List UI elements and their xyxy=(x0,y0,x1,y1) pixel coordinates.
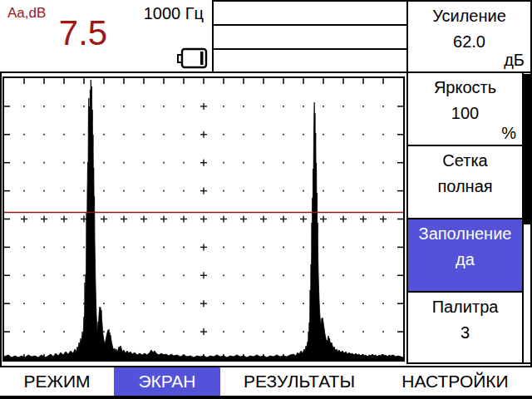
menu-item-rezhim[interactable]: РЕЖИМ xyxy=(0,367,114,396)
measure-box-2 xyxy=(212,24,408,50)
grid-value: полная xyxy=(408,176,522,196)
menu-item-label: РЕЖИМ xyxy=(24,372,91,392)
brightness-label: Яркость xyxy=(408,77,522,97)
ascan-plot xyxy=(2,76,405,362)
grid-label: Сетка xyxy=(408,150,522,170)
menu-item-rezultaty[interactable]: РЕЗУЛЬТАТЫ xyxy=(220,367,378,396)
sidebar-item-gain[interactable]: Усиление 62.0 дБ xyxy=(406,0,532,73)
palette-value: 3 xyxy=(408,323,522,342)
menu-item-ekran[interactable]: ЭКРАН xyxy=(114,367,220,396)
gain-label: Усиление xyxy=(408,6,530,26)
battery-icon xyxy=(177,47,209,69)
measure-value: 7.5 xyxy=(42,13,125,53)
fill-label: Заполнение xyxy=(408,224,522,244)
menu-item-label: РЕЗУЛЬТАТЫ xyxy=(244,372,355,392)
menu-item-label: НАСТРОЙКИ xyxy=(401,372,508,392)
palette-label: Палитра xyxy=(408,297,522,317)
ascan-svg xyxy=(4,78,403,360)
measure-box-1 xyxy=(212,0,408,26)
measure-mode-label: Aa,dB xyxy=(7,5,46,22)
brightness-unit: % xyxy=(501,124,516,143)
sidebar-item-palette[interactable]: Палитра 3 xyxy=(406,291,524,364)
header-separator xyxy=(0,71,408,73)
menu-item-label: ЭКРАН xyxy=(138,372,195,392)
frequency-readout: 1000 Гц xyxy=(144,4,204,23)
sidebar-item-grid[interactable]: Сетка полная xyxy=(406,145,524,219)
brightness-value: 100 xyxy=(408,103,522,123)
menu-item-nastroyki[interactable]: НАСТРОЙКИ xyxy=(378,367,532,396)
fill-value: да xyxy=(408,249,522,269)
sidebar-item-brightness[interactable]: Яркость 100 % xyxy=(406,71,524,146)
gain-unit: дБ xyxy=(504,51,525,70)
sidebar-scrollbar-thumb[interactable] xyxy=(524,74,530,224)
gain-value: 62.0 xyxy=(408,32,530,52)
measure-box-3 xyxy=(212,48,408,73)
bottom-menu: РЕЖИМ ЭКРАН РЕЗУЛЬТАТЫ НАСТРОЙКИ xyxy=(0,366,532,399)
sidebar-item-fill[interactable]: Заполнение да xyxy=(406,218,524,293)
measurement-readout: Aa,dB 7.5 1000 Гц xyxy=(0,0,212,73)
flaw-detector-screen: Aa,dB 7.5 1000 Гц Усиление 62.0 дБ Яркос… xyxy=(0,0,532,399)
